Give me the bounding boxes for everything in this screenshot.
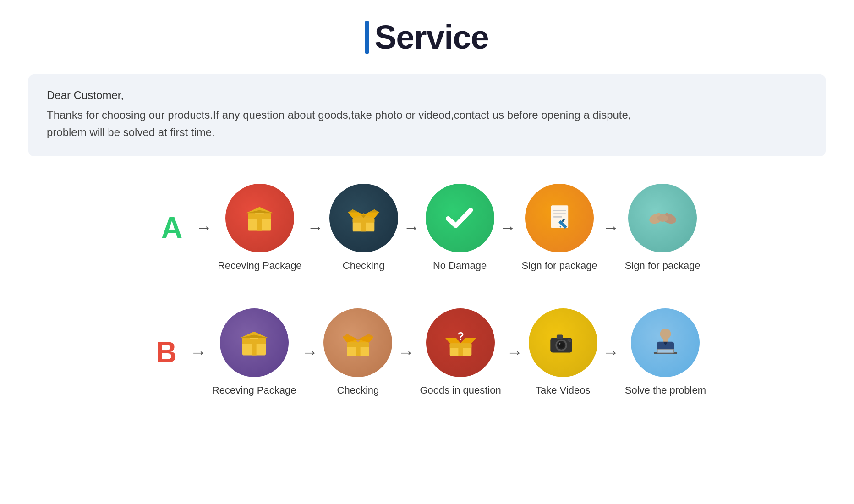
package-icon-b1 bbox=[235, 323, 274, 362]
svg-rect-61 bbox=[657, 350, 673, 353]
flow-item-a4: Sign for package bbox=[522, 184, 597, 272]
flow-item-a3: No Damage bbox=[426, 184, 494, 272]
icon-circle-b5 bbox=[631, 308, 700, 377]
arrow-a0: → bbox=[196, 218, 212, 237]
svg-rect-17 bbox=[553, 216, 562, 218]
svg-text:?: ? bbox=[457, 330, 464, 343]
arrow-a3: → bbox=[500, 218, 516, 237]
flow-item-b1: Receving Package bbox=[212, 308, 296, 396]
flow-item-b2: Checking bbox=[323, 308, 392, 396]
icon-circle-b1 bbox=[220, 308, 289, 377]
flow-row-b: B → Receving Package → bbox=[28, 308, 826, 396]
caption-a5: Sign for package bbox=[625, 260, 701, 272]
flow-item-b3: ? Goods in question bbox=[420, 308, 501, 396]
notice-greeting: Dear Customer, bbox=[47, 89, 807, 102]
checkmark-icon-a3 bbox=[440, 198, 479, 237]
icon-circle-a5 bbox=[628, 184, 697, 252]
caption-a3: No Damage bbox=[433, 260, 487, 272]
flow-item-a5: Sign for package bbox=[625, 184, 701, 272]
package-icon-a1 bbox=[240, 198, 279, 237]
icon-circle-a2 bbox=[329, 184, 398, 252]
svg-rect-2 bbox=[257, 214, 262, 231]
svg-rect-43 bbox=[458, 343, 463, 356]
flow-row-b-section: B → Receving Package → bbox=[28, 308, 826, 405]
row-a-label: A bbox=[153, 211, 190, 245]
icon-circle-a3 bbox=[426, 184, 494, 252]
arrow-b1: → bbox=[301, 343, 318, 362]
flow-item-b4: Take Videos bbox=[529, 308, 597, 396]
caption-b2: Checking bbox=[337, 384, 379, 396]
arrow-a1: → bbox=[307, 218, 324, 237]
icon-circle-b3: ? bbox=[426, 308, 495, 377]
handshake-icon-a5 bbox=[643, 198, 682, 237]
svg-rect-36 bbox=[356, 343, 360, 356]
arrow-a4: → bbox=[603, 218, 619, 237]
svg-rect-16 bbox=[553, 214, 566, 215]
arrow-b4: → bbox=[603, 343, 619, 362]
svg-rect-8 bbox=[361, 218, 366, 232]
camera-icon-b4 bbox=[543, 323, 582, 362]
arrow-b3: → bbox=[507, 343, 523, 362]
page-title-container: Service bbox=[365, 18, 488, 56]
open-package-icon-a2 bbox=[344, 198, 383, 237]
icon-circle-b4 bbox=[529, 308, 597, 377]
page-title: Service bbox=[374, 18, 488, 56]
flow-row-a-section: A → Receving Package → bbox=[28, 184, 826, 281]
flow-item-b5: Solve the problem bbox=[625, 308, 706, 396]
svg-point-55 bbox=[660, 329, 671, 340]
open-package-icon-b2 bbox=[339, 323, 378, 362]
notice-box: Dear Customer, Thanks for choosing our p… bbox=[28, 74, 826, 156]
caption-b1: Receving Package bbox=[212, 384, 296, 396]
arrow-b0: → bbox=[190, 343, 207, 362]
svg-rect-54 bbox=[568, 339, 572, 341]
caption-b5: Solve the problem bbox=[625, 384, 706, 396]
caption-a1: Receving Package bbox=[218, 260, 301, 272]
caption-b3: Goods in question bbox=[420, 384, 501, 396]
title-bar-decoration bbox=[365, 21, 369, 54]
flow-item-a2: Checking bbox=[329, 184, 398, 272]
icon-circle-b2 bbox=[323, 308, 392, 377]
flow-item-a1: Receving Package bbox=[218, 184, 301, 272]
row-b-label: B bbox=[148, 335, 185, 369]
icon-circle-a4 bbox=[525, 184, 594, 252]
arrow-a2: → bbox=[404, 218, 420, 237]
person-icon-b5 bbox=[646, 323, 685, 362]
arrow-b2: → bbox=[398, 343, 414, 362]
notice-body: Thanks for choosing our products.If any … bbox=[47, 106, 807, 142]
question-package-icon-b3: ? bbox=[441, 323, 480, 362]
icon-circle-a1 bbox=[225, 184, 294, 252]
caption-b4: Take Videos bbox=[536, 384, 590, 396]
caption-a4: Sign for package bbox=[522, 260, 597, 272]
svg-rect-30 bbox=[252, 338, 257, 356]
sign-icon-a4 bbox=[540, 198, 579, 237]
svg-rect-15 bbox=[553, 210, 566, 212]
svg-rect-52 bbox=[557, 335, 563, 339]
caption-a2: Checking bbox=[343, 260, 385, 272]
svg-point-51 bbox=[559, 343, 560, 345]
flow-row-a: A → Receving Package → bbox=[28, 184, 826, 272]
